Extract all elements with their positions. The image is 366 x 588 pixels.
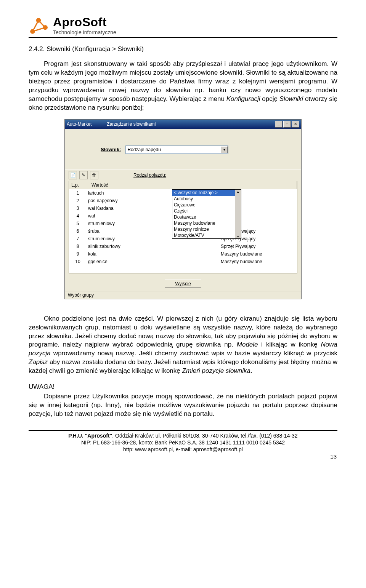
app-window: Auto-Market Zarządzanie słownikami _ □ ✕… (64, 119, 302, 299)
logo-title: AproSoft (53, 15, 116, 29)
minimize-button[interactable]: _ (275, 121, 283, 128)
svg-point-5 (43, 25, 47, 29)
p1-italic-slowniki: Słowniki (279, 95, 303, 102)
grid-body: 1łańcuch 2pas napędowy 3wał Kardana 4wał… (69, 189, 297, 273)
toolbar: 📄 ✎ 🗑 Rodzaj pojazdu: (65, 169, 301, 181)
window-title-left: Auto-Market (67, 121, 92, 127)
status-bar: Wybór grupy (65, 291, 301, 299)
dropdown-option[interactable]: Maszyny budowlane (172, 220, 241, 226)
section-heading: 2.4.2. Słowniki (Konfiguracja > Słowniki… (29, 45, 337, 53)
maximize-button[interactable]: □ (283, 121, 291, 128)
chevron-down-icon[interactable]: ▾ (221, 146, 228, 153)
grid-header: L.p. Wartość (69, 181, 297, 189)
slownik-combo[interactable]: Rodzaje napędu ▾ (125, 145, 228, 154)
paragraph-1: Program jest skonstruowany w taki sposób… (29, 60, 337, 112)
close-button[interactable]: ✕ (292, 121, 299, 128)
dropdown-option[interactable]: Maszyny rolnicze (172, 226, 241, 232)
footer-company: P.H.U. "Aprosoft" (68, 433, 112, 439)
ital-zapisz: Zapisz (29, 358, 48, 366)
footer-divider (29, 430, 337, 431)
brand-header: AproSoft Technologie informatyczne (29, 15, 337, 35)
titlebar: Auto-Market Zarządzanie słownikami _ □ ✕ (65, 120, 301, 129)
ital-zmien: Zmień pozycje słownika (182, 367, 251, 374)
footer-line2: NIP: PL 683-166-36-28, konto: Bank PeKaO… (29, 439, 337, 446)
warning-label: UWAGA! (29, 383, 337, 391)
slownik-value: Rodzaje napędu (127, 147, 161, 152)
edit-item-icon[interactable]: ✎ (79, 171, 88, 179)
slownik-label: Słownik: (101, 147, 121, 152)
dropdown-option[interactable]: < wszystkie rodzaje > (172, 190, 241, 196)
aprosoft-logo-icon (29, 16, 48, 35)
page-number: 13 (29, 453, 337, 460)
delete-item-icon[interactable]: 🗑 (90, 171, 98, 179)
rodzaj-label: Rodzaj pojazdu: (133, 173, 166, 178)
p1-italic-konfiguracji: Konfiguracji (226, 95, 260, 102)
col-wartosc: Wartość (89, 181, 297, 189)
window-title-right: Zarządzanie słownikami (107, 121, 156, 127)
p1-mid: opcję (260, 95, 279, 102)
paragraph-2: Okno podzielone jest na dwie części. W p… (29, 315, 337, 376)
exit-button[interactable]: Wyjście (165, 280, 201, 288)
table-row[interactable]: 10gąsieniceMaszyny budowlane (69, 258, 297, 265)
table-row[interactable]: 8silnik zaburtowySprzęt Pływający (69, 243, 297, 250)
dropdown-scrollbar[interactable]: ▴▾ (235, 190, 241, 238)
header-divider (29, 37, 337, 38)
dropdown-option[interactable]: Motocykle/ATV (172, 232, 241, 238)
footer-line3: http: www.aprosoft.pl, e-mail: aprosoft@… (29, 446, 337, 453)
svg-point-3 (30, 29, 35, 34)
dropdown-option[interactable]: Ciężarowe (172, 202, 241, 208)
footer: P.H.U. "Aprosoft", Oddział Kraków: ul. P… (29, 432, 337, 453)
dropdown-option[interactable]: Części (172, 208, 241, 214)
col-lp: L.p. (69, 181, 89, 189)
dropdown-option[interactable]: Autobusy (172, 196, 241, 202)
ital-modele: Modele (237, 341, 258, 348)
paragraph-3: Dopisane przez Użytkownika pozycje mogą … (29, 392, 337, 419)
rodzaj-dropdown[interactable]: < wszystkie rodzaje > Autobusy Ciężarowe… (172, 189, 241, 239)
new-item-icon[interactable]: 📄 (69, 171, 77, 179)
table-row[interactable]: 9kołaMaszyny budowlane (69, 250, 297, 258)
dropdown-option[interactable]: Dostawcze (172, 214, 241, 220)
svg-point-4 (36, 18, 41, 22)
logo-subtitle: Technologie informatyczne (53, 29, 116, 35)
